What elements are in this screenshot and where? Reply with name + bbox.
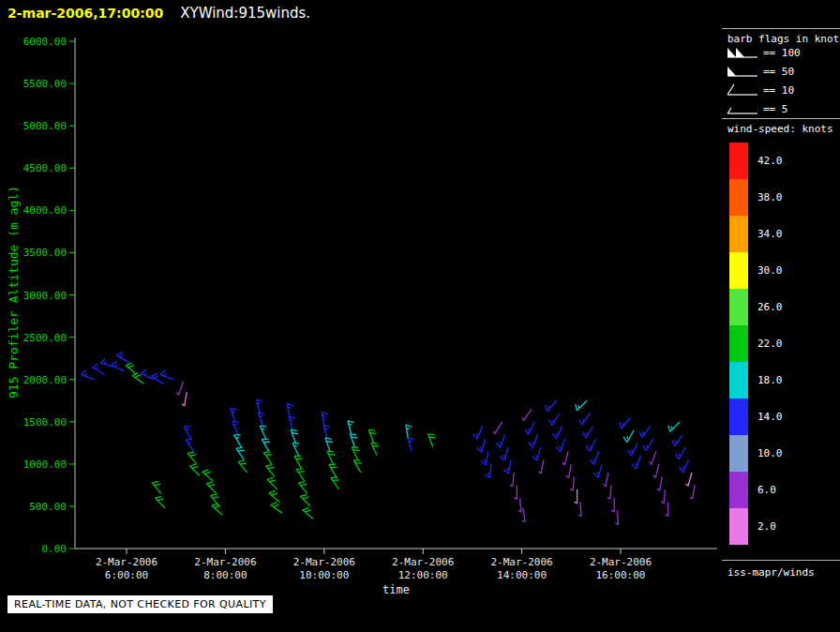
x-tick-date: 2-Mar-2006 [194,556,256,568]
flag-50-icon [726,64,759,79]
wind-barb [300,494,310,505]
wind-barb [327,451,335,464]
wind-barb [690,485,695,499]
speed-scale-label: 42.0 [758,155,783,167]
speed-scale-row: 42.0 [729,143,783,179]
speed-scale-row: 14.0 [729,399,783,435]
speed-color-swatch [729,216,748,252]
speed-color-swatch [729,472,748,508]
wind-barb [291,429,298,443]
speed-scale-row: 26.0 [729,289,783,325]
half-barb-5-icon [726,101,759,116]
wind-barb [570,476,574,490]
wind-barb [323,425,330,438]
wind-barb [590,451,599,464]
panel-divider-top [722,28,840,29]
wind-barb [262,439,270,451]
barb-legend-row: == 5 [726,99,801,118]
wind-barb [473,426,483,439]
wind-barb [325,438,333,451]
wind-barb [522,508,525,522]
wind-barb [184,427,191,439]
wind-barb [267,477,278,489]
y-tick-label: 3000.00 [23,290,67,302]
wind-barb [477,439,486,452]
speed-scale-label: 26.0 [758,301,783,313]
wind-barb [529,434,538,447]
wind-barb [258,413,264,426]
speed-scale-row: 38.0 [729,179,783,216]
speed-scale-label: 2.0 [758,520,776,533]
barb-legend-label: == 50 [763,66,794,78]
wind-barb [186,439,194,451]
wind-barb [322,412,328,426]
speed-scale-row: 30.0 [729,252,783,289]
x-tick-time: 6:00:00 [105,569,148,581]
wind-barb [117,353,129,363]
x-tick-time: 8:00:00 [203,569,247,581]
wind-barb [582,426,592,438]
wind-barb [686,473,692,486]
wind-barb [481,451,488,465]
wind-barb [496,434,505,447]
wind-barb [182,392,187,406]
speed-color-swatch [729,143,748,179]
speed-scale-label: 34.0 [758,228,783,240]
wind-barb [176,382,183,395]
wind-barb [593,464,602,477]
wind-barb [500,447,508,460]
speed-scale-label: 10.0 [758,447,783,459]
wind-barb [676,447,686,459]
plot-timestamp: 2-mar-2006,17:00:00 [8,6,163,21]
wind-barb [303,507,313,519]
speed-scale-row: 18.0 [729,362,783,399]
wind-barb [632,456,641,469]
wind-profiler-window: { "header": { "timestamp": "2-mar-2006,1… [0,0,840,632]
wind-barb [503,459,511,474]
wind-barb [672,434,683,445]
speed-scale-label: 30.0 [758,264,783,277]
wind-barb [628,443,638,456]
y-tick-label: 3500.00 [23,247,67,259]
y-axis-label: 915 Profiler Altitude (m agl) [7,171,21,414]
x-tick-date: 2-Mar-2006 [96,556,158,568]
speed-scale-label: 38.0 [758,191,783,203]
wind-barb [623,430,634,443]
barb-flag-legend: == 100== 50== 10== 5 [726,43,801,118]
wind-barb [188,452,197,464]
wind-barb [576,400,587,411]
data-source-label: iss-mapr/winds [728,566,815,579]
wind-barb [611,498,614,512]
wind-barb [236,447,245,459]
wind-barb [575,489,578,504]
barb-10-icon [726,83,759,98]
wind-barb [485,464,491,478]
wind-barb [552,426,562,439]
y-tick-label: 5500.00 [23,78,67,90]
wind-barb [112,361,125,370]
wind-barb-plot: 0.00500.001000.001500.002000.002500.0030… [0,0,722,632]
wind-barb [202,470,213,481]
speed-scale-row: 34.0 [729,216,783,252]
flag-100-icon [726,45,759,60]
wind-barb [545,400,556,411]
wind-barb [92,364,104,374]
wind-barb [428,434,436,447]
wind-barb [514,485,517,499]
speed-color-swatch [729,325,748,362]
y-tick-label: 6000.00 [23,36,67,48]
wind-barb [666,502,668,516]
plot-title: XYWind:915winds. [180,5,310,22]
barb-legend-row: == 50 [726,62,801,81]
wind-barb [263,452,272,464]
speed-scale-row: 6.0 [729,472,783,508]
wind-barb [532,447,541,460]
wind-barb [329,464,338,476]
wind-barb [350,434,357,447]
wind-barb [265,465,275,477]
barb-legend-label: == 10 [763,84,794,97]
barb-legend-label: == 5 [763,103,788,115]
x-tick-time: 16:00:00 [596,569,646,581]
wind-barb [615,510,618,524]
wind-barb [289,416,295,429]
